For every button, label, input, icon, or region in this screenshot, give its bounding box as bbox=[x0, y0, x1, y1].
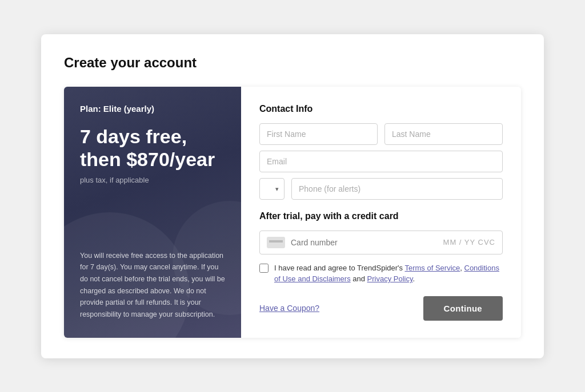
svg-rect-1 bbox=[269, 240, 283, 243]
terms-text-1: I have read and agree to TrendSpider's bbox=[274, 264, 404, 272]
terms-text-3: and bbox=[351, 274, 367, 283]
continue-button[interactable]: Continue bbox=[423, 296, 503, 321]
right-panel: Contact Info United States (+1) Canada (… bbox=[241, 87, 521, 338]
plan-tax-note: plus tax, if applicable bbox=[80, 176, 225, 184]
terms-row: I have read and agree to TrendSpider's T… bbox=[259, 262, 503, 285]
terms-checkbox[interactable] bbox=[259, 264, 269, 273]
country-select-wrapper: United States (+1) Canada (+1) United Ki… bbox=[259, 178, 285, 200]
left-panel: Plan: Elite (yearly) 7 days free, then $… bbox=[64, 87, 241, 338]
terms-of-service-link[interactable]: Terms of Service bbox=[404, 264, 460, 272]
card-expiry-cvc: MM / YY CVC bbox=[443, 238, 495, 246]
privacy-policy-link[interactable]: Privacy Policy bbox=[367, 274, 413, 283]
main-card: Plan: Elite (yearly) 7 days free, then $… bbox=[64, 87, 521, 338]
name-row bbox=[259, 123, 503, 145]
plan-price: 7 days free, then $870/year bbox=[80, 125, 225, 172]
terms-text-4: . bbox=[413, 274, 415, 283]
email-row bbox=[259, 151, 503, 172]
first-name-input[interactable] bbox=[259, 123, 378, 145]
page-title: Create your account bbox=[64, 55, 521, 71]
plan-description: You will receive free access to the appl… bbox=[80, 250, 225, 321]
terms-text-2: , bbox=[460, 264, 464, 272]
plan-label: Plan: Elite (yearly) bbox=[80, 104, 225, 114]
contact-info-title: Contact Info bbox=[259, 104, 503, 114]
phone-input[interactable] bbox=[291, 178, 503, 200]
phone-row: United States (+1) Canada (+1) United Ki… bbox=[259, 178, 503, 200]
last-name-input[interactable] bbox=[384, 123, 503, 145]
card-number-input[interactable] bbox=[291, 238, 443, 247]
country-select[interactable]: United States (+1) Canada (+1) United Ki… bbox=[259, 178, 285, 200]
payment-title: After trial, pay with a credit card bbox=[259, 211, 503, 221]
outer-container: Create your account Plan: Elite (yearly)… bbox=[41, 34, 544, 358]
action-row: Have a Coupon? Continue bbox=[259, 296, 503, 321]
card-icon bbox=[267, 237, 285, 248]
card-input-wrapper[interactable]: MM / YY CVC bbox=[259, 231, 503, 254]
email-input[interactable] bbox=[259, 151, 503, 172]
coupon-link[interactable]: Have a Coupon? bbox=[259, 304, 319, 313]
payment-section: After trial, pay with a credit card bbox=[259, 211, 503, 221]
terms-text: I have read and agree to TrendSpider's T… bbox=[274, 262, 503, 285]
